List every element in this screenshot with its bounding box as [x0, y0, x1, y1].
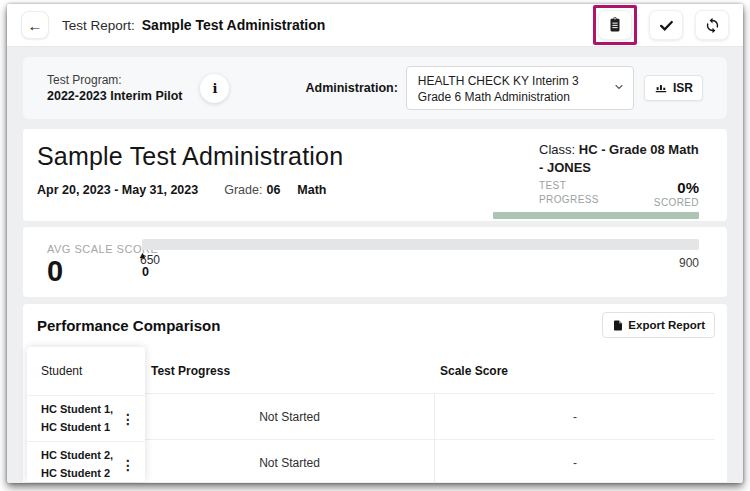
kebab-menu-icon[interactable]: ⋮	[117, 457, 139, 473]
class-line: Class: HC - Grade 08 Math - JONES	[539, 141, 699, 176]
refresh-button[interactable]	[695, 10, 729, 40]
info-button[interactable]: i	[200, 74, 229, 103]
test-progress-bar	[493, 212, 699, 219]
test-program-block: Test Program: 2022-2023 Interim Pilot	[47, 73, 182, 103]
administration-selected-value: HEALTH CHECK KY Interim 3 Grade 6 Math A…	[418, 74, 579, 104]
student-name[interactable]: HC Student 2, HC Student 2	[41, 447, 117, 481]
table-row-student-cell: HC Student 2, HC Student 2 ⋮	[27, 441, 145, 483]
clipboard-icon	[606, 16, 624, 34]
test-progress-label: TEST PROGRESS	[539, 179, 601, 208]
export-report-label: Export Report	[628, 319, 705, 331]
test-progress-row: TEST PROGRESS 0% SCORED	[539, 179, 699, 208]
scale-marker-value: 0	[142, 265, 149, 279]
scored-block: 0% SCORED	[654, 179, 699, 208]
grade-value: 06	[266, 183, 280, 197]
table-row: Not Started -	[145, 439, 715, 483]
highlight-annotation	[593, 5, 637, 45]
administration-select[interactable]: HEALTH CHECK KY Interim 3 Grade 6 Math A…	[406, 66, 634, 110]
student-column: Student HC Student 1, HC Student 1 ⋮ HC …	[27, 347, 145, 482]
table-header-row: Test Progress Scale Score	[145, 349, 715, 393]
scored-label: SCORED	[654, 197, 699, 208]
report-type-label: Test Report:	[62, 18, 135, 33]
scored-percent: 0%	[654, 179, 699, 196]
date-range: Apr 20, 2023 - May 31, 2023	[37, 183, 198, 197]
scale-score-track	[142, 239, 699, 250]
administration-label: Administration:	[305, 81, 397, 95]
chevron-down-icon	[613, 81, 625, 93]
kebab-menu-icon[interactable]: ⋮	[117, 411, 139, 427]
scale-score-cell: -	[434, 394, 715, 439]
column-header-test-progress[interactable]: Test Progress	[145, 349, 434, 393]
column-header-student[interactable]: Student	[27, 347, 145, 395]
column-header-scale-score[interactable]: Scale Score	[434, 349, 715, 393]
top-bar-actions	[593, 5, 729, 45]
scale-max-label: 900	[679, 256, 699, 270]
performance-table: Student HC Student 1, HC Student 1 ⋮ HC …	[23, 349, 727, 482]
validate-button[interactable]	[649, 10, 683, 40]
top-bar: ← Test Report: Sample Test Administratio…	[7, 4, 743, 47]
scale-score-cell: -	[434, 440, 715, 483]
table-row: Not Started -	[145, 393, 715, 439]
refresh-icon	[704, 17, 721, 34]
scale-marker-icon: ▲	[138, 250, 147, 260]
isr-button[interactable]: ISR	[644, 75, 703, 101]
check-icon	[658, 17, 675, 34]
assignments-button[interactable]	[598, 10, 632, 40]
class-label: Class:	[539, 142, 575, 157]
isr-button-label: ISR	[673, 81, 693, 95]
filter-bar: Test Program: 2022-2023 Interim Pilot i …	[23, 57, 727, 119]
page-title: Sample Test Administration	[142, 17, 326, 33]
performance-comparison-card: Performance Comparison Export Report Stu…	[23, 304, 727, 482]
class-progress-block: Class: HC - Grade 08 Math - JONES TEST P…	[539, 141, 699, 208]
administration-header-card: Sample Test Administration Apr 20, 2023 …	[23, 129, 727, 221]
info-icon: i	[213, 81, 218, 96]
table-row-student-cell: HC Student 1, HC Student 1 ⋮	[27, 395, 145, 441]
test-progress-cell: Not Started	[145, 440, 434, 483]
avg-scale-score-card: AVG SCALE SCORE 0 ▲ 650 0 900	[23, 227, 727, 297]
export-file-icon	[612, 319, 624, 332]
back-arrow-icon: ←	[28, 17, 43, 34]
back-button[interactable]: ←	[21, 11, 49, 39]
export-report-button[interactable]: Export Report	[602, 312, 715, 338]
bar-chart-icon	[654, 81, 668, 95]
report-window: ← Test Report: Sample Test Administratio…	[7, 4, 743, 483]
avg-scale-score-value: 0	[47, 255, 63, 288]
test-program-label: Test Program:	[47, 73, 182, 87]
table-main-columns: Test Progress Scale Score Not Started - …	[145, 349, 715, 482]
grade-label: Grade:	[224, 183, 262, 197]
subject-value: Math	[297, 183, 326, 197]
student-name[interactable]: HC Student 1, HC Student 1	[41, 401, 117, 435]
test-program-value: 2022-2023 Interim Pilot	[47, 89, 182, 103]
test-progress-cell: Not Started	[145, 394, 434, 439]
